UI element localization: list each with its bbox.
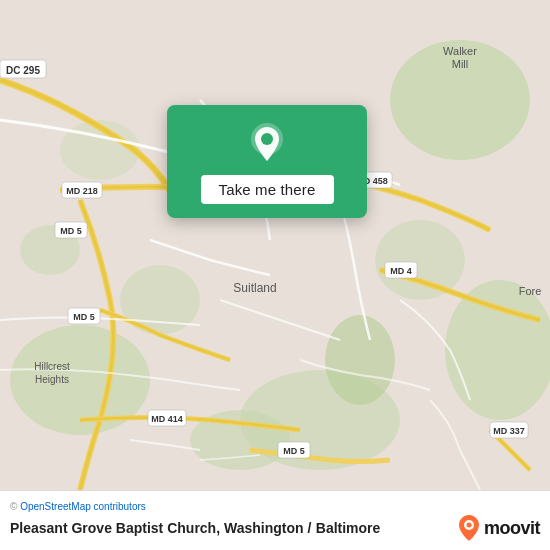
svg-point-36: [261, 133, 273, 145]
location-info: Pleasant Grove Baptist Church, Washingto…: [10, 519, 380, 537]
svg-text:MD 5: MD 5: [283, 446, 305, 456]
svg-point-6: [375, 220, 465, 300]
svg-text:MD 5: MD 5: [60, 226, 82, 236]
svg-text:MD 5: MD 5: [73, 312, 95, 322]
svg-text:Mill: Mill: [452, 58, 469, 70]
svg-point-9: [325, 315, 395, 405]
svg-text:Walker: Walker: [443, 45, 477, 57]
openstreetmap-link[interactable]: OpenStreetMap contributors: [20, 501, 146, 512]
copyright-text: © OpenStreetMap contributors: [10, 501, 540, 512]
svg-text:Suitland: Suitland: [233, 281, 276, 295]
svg-text:Fore: Fore: [519, 285, 542, 297]
location-city: Baltimore: [316, 520, 381, 536]
location-name: Pleasant Grove Baptist Church, Washingto…: [10, 520, 311, 536]
map-area[interactable]: DC 295 MD 218 MD 458 MD 5 MD 5 MD 4 MD 4…: [0, 0, 550, 490]
svg-text:DC 295: DC 295: [6, 65, 40, 76]
map-background: DC 295 MD 218 MD 458 MD 5 MD 5 MD 4 MD 4…: [0, 0, 550, 490]
take-me-there-button[interactable]: Take me there: [201, 175, 334, 204]
moovit-logo[interactable]: moovit: [458, 514, 540, 542]
svg-point-38: [466, 523, 471, 528]
svg-point-3: [445, 280, 550, 420]
svg-text:Hillcrest: Hillcrest: [34, 361, 70, 372]
moovit-text: moovit: [484, 518, 540, 539]
svg-text:MD 4: MD 4: [390, 266, 412, 276]
copyright-symbol: ©: [10, 501, 17, 512]
svg-text:MD 337: MD 337: [493, 426, 525, 436]
svg-text:MD 414: MD 414: [151, 414, 183, 424]
svg-text:MD 218: MD 218: [66, 186, 98, 196]
bottom-bar: © OpenStreetMap contributors Pleasant Gr…: [0, 490, 550, 550]
svg-text:Heights: Heights: [35, 374, 69, 385]
location-row: Pleasant Grove Baptist Church, Washingto…: [10, 514, 540, 542]
moovit-pin-icon: [458, 514, 480, 542]
popup-card: Take me there: [167, 105, 367, 218]
map-pin-icon: [245, 121, 289, 165]
